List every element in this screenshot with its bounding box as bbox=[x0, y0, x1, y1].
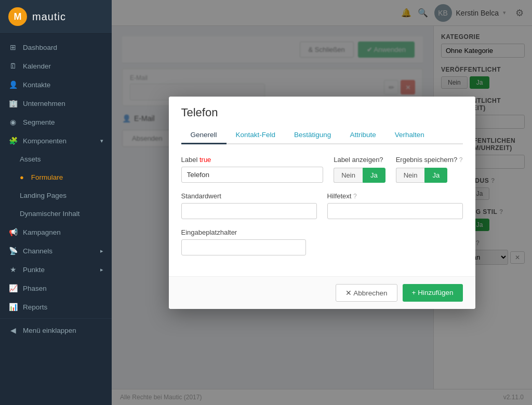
puzzle-icon: 🧩 bbox=[8, 137, 18, 145]
sidebar-item-kalender[interactable]: 🗓 Kalender bbox=[0, 57, 112, 75]
hilfetext-input[interactable] bbox=[327, 203, 463, 219]
tab-attribute[interactable]: Attribute bbox=[340, 127, 385, 144]
sidebar-item-kampagnen[interactable]: 📢 Kampagnen bbox=[0, 223, 112, 241]
modal-body: Label true Label anzeigen? Nein Ja bbox=[169, 144, 475, 276]
sidebar-item-phasen[interactable]: 📈 Phasen bbox=[0, 279, 112, 298]
label-anzeigen-toggle: Nein Ja bbox=[334, 168, 385, 183]
modal-tabs: Generell Kontakt-Feld Bestätigung Attrib… bbox=[181, 127, 463, 144]
label-anzeigen-ja-button[interactable]: Ja bbox=[363, 168, 385, 183]
reports-icon: 📊 bbox=[8, 303, 18, 311]
standardwert-group: Standardwert bbox=[181, 192, 317, 219]
sidebar-item-label: Menü einklappen bbox=[23, 327, 76, 334]
required-star: true bbox=[200, 156, 211, 164]
chevron-right-icon: ▸ bbox=[100, 248, 103, 254]
sidebar-item-formulare[interactable]: ● Formulare bbox=[0, 168, 112, 186]
tab-verhalten[interactable]: Verhalten bbox=[385, 127, 434, 144]
sidebar-item-label: Reports bbox=[23, 303, 47, 311]
telefon-modal: Telefon Generell Kontakt-Feld Bestätigun… bbox=[169, 97, 475, 309]
sidebar-item-label: Dashboard bbox=[23, 44, 57, 51]
form-row-1: Label true Label anzeigen? Nein Ja bbox=[181, 156, 463, 183]
calendar-icon: 🗓 bbox=[8, 62, 18, 70]
eingabeplatzhalter-group: Eingabeplatzhalter bbox=[181, 228, 316, 255]
form-row-2: Standardwert Hilfetext ? bbox=[181, 192, 463, 219]
star-icon: ★ bbox=[8, 265, 18, 274]
dashboard-icon: ⊞ bbox=[8, 43, 18, 51]
sidebar-item-label: Kampagnen bbox=[23, 228, 61, 236]
sidebar-item-landing-pages[interactable]: Landing Pages bbox=[0, 186, 112, 205]
cancel-button[interactable]: ✕ Abbrechen bbox=[336, 284, 397, 302]
campaign-icon: 📢 bbox=[8, 228, 18, 236]
ergebnis-toggle: Nein Ja bbox=[396, 168, 463, 183]
sidebar-item-label: Channels bbox=[23, 247, 52, 255]
sidebar-item-label: Kalender bbox=[23, 62, 51, 70]
sidebar-item-label: Dynamischer Inhalt bbox=[20, 210, 80, 218]
sidebar-item-reports[interactable]: 📊 Reports bbox=[0, 298, 112, 316]
tab-kontakt-feld[interactable]: Kontakt-Feld bbox=[227, 127, 285, 144]
sidebar-item-label: Kontakte bbox=[23, 81, 50, 89]
tab-bestaetigung[interactable]: Bestätigung bbox=[285, 127, 340, 144]
add-button[interactable]: + Hinzufügen bbox=[403, 284, 463, 302]
sidebar-item-label: Landing Pages bbox=[20, 192, 66, 199]
eingabeplatzhalter-label: Eingabeplatzhalter bbox=[181, 228, 316, 236]
sidebar-item-komponenten[interactable]: 🧩 Komponenten ▾ bbox=[0, 131, 112, 150]
modal-header: Telefon Generell Kontakt-Feld Bestätigun… bbox=[169, 97, 475, 144]
sidebar-item-label: Assets bbox=[20, 155, 41, 163]
ergebnis-help-icon: ? bbox=[459, 156, 463, 164]
dot-icon: ● bbox=[20, 173, 24, 181]
sidebar-item-label: Komponenten bbox=[23, 137, 66, 145]
sidebar-item-label: Phasen bbox=[23, 285, 47, 292]
ergebnis-label: Ergebnis speichern? ? bbox=[396, 156, 463, 164]
modal-overlay: Telefon Generell Kontakt-Feld Bestätigun… bbox=[112, 0, 532, 405]
label-anzeigen-label: Label anzeigen? bbox=[334, 156, 385, 164]
segment-icon: ◉ bbox=[8, 118, 18, 126]
eingabeplatzhalter-input[interactable] bbox=[181, 239, 306, 255]
sidebar-item-menue-einklappen[interactable]: ◀ Menü einklappen bbox=[0, 321, 112, 340]
label-anzeigen-nein-button[interactable]: Nein bbox=[334, 168, 363, 183]
hilfetext-group: Hilfetext ? bbox=[327, 192, 463, 219]
sidebar: M mautic ⊞ Dashboard 🗓 Kalender 👤 Kontak… bbox=[0, 0, 112, 405]
collapse-icon: ◀ bbox=[8, 326, 18, 334]
sidebar-item-assets[interactable]: Assets bbox=[0, 150, 112, 168]
modal-footer: ✕ Abbrechen + Hinzufügen bbox=[169, 276, 475, 309]
chevron-down-icon: ▾ bbox=[100, 138, 103, 144]
chevron-right-icon: ▸ bbox=[100, 266, 103, 273]
modal-title: Telefon bbox=[181, 106, 463, 119]
sidebar-item-dynamischer-inhalt[interactable]: Dynamischer Inhalt bbox=[0, 205, 112, 223]
form-row-3: Eingabeplatzhalter bbox=[181, 228, 463, 255]
ergebnis-nein-button[interactable]: Nein bbox=[396, 168, 425, 183]
sidebar-item-punkte[interactable]: ★ Punkte ▸ bbox=[0, 260, 112, 279]
ergebnis-group: Ergebnis speichern? ? Nein Ja bbox=[396, 156, 463, 183]
sidebar-item-label: Punkte bbox=[23, 266, 45, 274]
sidebar-item-label: Unternehmen bbox=[23, 100, 65, 107]
hilfetext-label: Hilfetext ? bbox=[327, 192, 463, 200]
building-icon: 🏢 bbox=[8, 99, 18, 107]
chart-icon: 📈 bbox=[8, 284, 18, 292]
sidebar-item-channels[interactable]: 📡 Channels ▸ bbox=[0, 241, 112, 260]
hilfetext-help-icon: ? bbox=[353, 193, 357, 200]
person-icon: 👤 bbox=[8, 80, 18, 89]
main-area: 🔔 🔍 KB Kerstin Belca ▾ ⚙ & Schließen ✔ A… bbox=[112, 0, 532, 405]
sidebar-logo: M mautic bbox=[0, 0, 112, 34]
sidebar-item-label: Segmente bbox=[23, 118, 55, 126]
divider bbox=[0, 318, 112, 319]
label-input[interactable] bbox=[181, 167, 324, 183]
sidebar-item-unternehmen[interactable]: 🏢 Unternehmen bbox=[0, 94, 112, 113]
tab-generell[interactable]: Generell bbox=[181, 127, 227, 144]
label-anzeigen-group: Label anzeigen? Nein Ja bbox=[334, 156, 385, 183]
sidebar-item-segmente[interactable]: ◉ Segmente bbox=[0, 113, 112, 131]
sidebar-item-dashboard[interactable]: ⊞ Dashboard bbox=[0, 38, 112, 57]
ergebnis-ja-button[interactable]: Ja bbox=[424, 168, 447, 183]
sidebar-item-label: Formulare bbox=[31, 173, 63, 181]
sidebar-nav: ⊞ Dashboard 🗓 Kalender 👤 Kontakte 🏢 Unte… bbox=[0, 34, 112, 405]
standardwert-input[interactable] bbox=[181, 203, 317, 219]
logo-text: mautic bbox=[32, 11, 66, 23]
logo-icon: M bbox=[8, 7, 27, 26]
label-field-label: Label true bbox=[181, 156, 324, 164]
sidebar-item-kontakte[interactable]: 👤 Kontakte bbox=[0, 75, 112, 94]
label-group: Label true bbox=[181, 156, 324, 183]
channels-icon: 📡 bbox=[8, 247, 18, 255]
standardwert-label: Standardwert bbox=[181, 192, 317, 200]
